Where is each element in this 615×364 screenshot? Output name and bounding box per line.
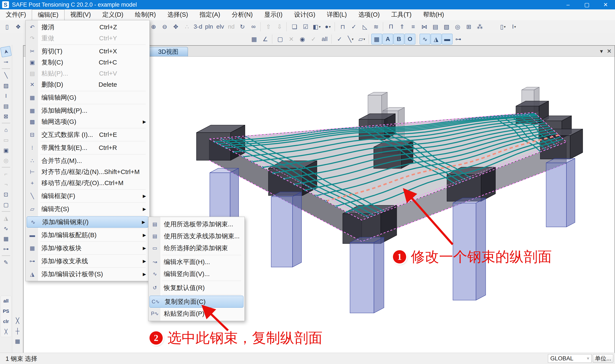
- draw-polygon-tool[interactable]: ⌂: [1, 125, 11, 135]
- draw-line-tool[interactable]: ╲: [1, 70, 11, 80]
- submenu-item-edit-vertical-profile[interactable]: ∿ 编辑竖向面(V)...: [149, 268, 244, 280]
- menu-item-add-modify-slab[interactable]: ▦ 添加/修改板块 ▶: [26, 243, 149, 254]
- quick-draw-lines-tool[interactable]: ▤: [1, 101, 11, 111]
- menu-item-add-modify-support-line[interactable]: ⊶ 添加/修改支承线 ▶: [26, 256, 149, 267]
- menu-options[interactable]: 选项(O): [353, 9, 385, 20]
- menu-view[interactable]: 视图(V): [65, 9, 97, 20]
- menu-item-interactive-database[interactable]: ⊟ 交互式数据库 (I)... Ctrl+E: [26, 129, 149, 140]
- quick-draw-wall-tool[interactable]: ¬: [1, 179, 11, 189]
- distributed-load-icon[interactable]: ≡: [408, 21, 419, 32]
- beam-section-button[interactable]: I▾: [509, 21, 519, 32]
- display-options-icon[interactable]: ☑: [300, 21, 311, 32]
- show-o-labels-toggle[interactable]: O: [405, 34, 415, 44]
- elevation-view-button[interactable]: elv: [215, 21, 225, 32]
- pointer-tool[interactable]: ➤: [0, 46, 12, 57]
- menu-item-undo[interactable]: ↶ 撤消 Ctrl+Z: [26, 22, 149, 33]
- menu-item-align-points[interactable]: ⊢ 对齐节点/框架/边(N)... Shift+Ctrl+M: [26, 166, 149, 177]
- axes-icon[interactable]: ∠: [260, 34, 271, 44]
- clear-selection-icon[interactable]: ✕: [286, 34, 297, 44]
- menu-item-replicate[interactable]: ⁝ 带属性复制(E)... Ctrl+R: [26, 142, 149, 153]
- show-ps-button[interactable]: PS: [1, 306, 11, 316]
- snap-midpoint-icon[interactable]: ┼: [13, 326, 22, 336]
- select-all-button[interactable]: all: [319, 34, 330, 44]
- submenu-item-edit-horizontal-profile[interactable]: ↝ 编辑水平面(H)...: [149, 256, 244, 268]
- open-model-icon[interactable]: ❖: [13, 21, 24, 32]
- menu-item-delete[interactable]: ✕ 删除(D) Delete: [26, 79, 149, 90]
- snap-lines-toggle[interactable]: ╲▾: [345, 34, 356, 44]
- quick-draw-frame-tool[interactable]: ▨: [1, 81, 11, 91]
- menu-item-add-edit-tendons[interactable]: ∿ 添加/编辑钢束(/) ▶: [27, 217, 148, 228]
- menu-item-edit-grid[interactable]: ▦ 编辑轴网(G): [26, 92, 149, 103]
- zoom-out-icon[interactable]: ⊖: [159, 21, 170, 32]
- database-tables-icon[interactable]: ⊞: [463, 21, 474, 32]
- snap-fine-grid-icon[interactable]: ▦: [13, 336, 22, 346]
- draw-rebar-tool[interactable]: ✎: [1, 258, 11, 267]
- report-icon[interactable]: ⁂: [474, 21, 485, 32]
- reshape-tool[interactable]: ⊸: [1, 57, 11, 67]
- menu-tools[interactable]: 工具(T): [385, 9, 417, 20]
- view-3d-button[interactable]: 3-d: [193, 21, 203, 32]
- show-all-button[interactable]: all: [1, 296, 11, 306]
- draw-slab-panel-tool[interactable]: ▦: [1, 234, 11, 244]
- menu-edit[interactable]: 编辑(E): [32, 9, 65, 20]
- snap-points-toggle[interactable]: ✓: [334, 34, 345, 44]
- tab-menu-icon[interactable]: ▾: [600, 48, 603, 55]
- pan-icon[interactable]: ✥: [170, 21, 181, 32]
- move-up-level-icon[interactable]: ⇧: [263, 21, 274, 32]
- point-load-icon[interactable]: ⇑: [397, 21, 407, 32]
- grid-visibility-icon[interactable]: ▦: [249, 34, 260, 44]
- show-slab-objects-toggle[interactable]: ▦: [371, 34, 382, 44]
- submenu-item-restore-defaults[interactable]: ↺ 恢复默认值(R): [149, 282, 244, 294]
- menu-item-edit-frames[interactable]: ╲ 编辑框架(F) ▶: [26, 190, 149, 202]
- menu-item-grid-options[interactable]: ▩ 轴网选项(G) ▶: [26, 116, 149, 127]
- search-props-icon[interactable]: ◎: [452, 21, 463, 32]
- menu-define[interactable]: 定义(D): [96, 9, 129, 20]
- area-load-icon[interactable]: ▤: [430, 21, 441, 32]
- submenu-item-paste-vertical-profile[interactable]: P∿ 粘贴竖向面(P): [149, 308, 244, 320]
- zoom-window-icon[interactable]: ⊕: [148, 21, 159, 32]
- menu-item-copy[interactable]: ▣ 复制(C) Ctrl+C: [26, 57, 149, 68]
- close-button[interactable]: ✕: [596, 0, 615, 9]
- plan-view-button[interactable]: pln: [204, 21, 214, 32]
- select-by-line-button[interactable]: ╳: [1, 327, 11, 337]
- menu-item-merge-points[interactable]: ∴ 合并节点(M)...: [26, 155, 149, 166]
- menu-item-add-edit-rebar[interactable]: ▬ 添加/编辑板配筋(B) ▶: [26, 230, 149, 241]
- show-rebar-toggle[interactable]: ▬: [442, 34, 453, 44]
- menu-detailing[interactable]: 详图(L): [321, 9, 353, 20]
- object-fill-icon[interactable]: ●▾: [322, 21, 333, 32]
- menu-select[interactable]: 选择(S): [162, 9, 194, 20]
- extruded-view-icon[interactable]: ◧▾: [311, 21, 322, 32]
- quick-draw-area-tool[interactable]: ▣: [1, 145, 11, 155]
- show-b-labels-toggle[interactable]: B: [393, 34, 404, 44]
- wall-load-icon[interactable]: ▧: [441, 21, 452, 32]
- select-node-icon[interactable]: ◉: [297, 34, 308, 44]
- object-view-options-icon[interactable]: ∞: [248, 21, 259, 32]
- menu-help[interactable]: 帮助(H): [417, 9, 450, 20]
- snap-dots-icon[interactable]: ∴: [182, 21, 192, 32]
- draw-tendon-tool[interactable]: ∿: [1, 223, 11, 233]
- move-down-level-icon[interactable]: ⇩: [274, 21, 285, 32]
- column-section-button[interactable]: ▯▾: [497, 21, 508, 32]
- submenu-item-copy-vertical-profile[interactable]: C∿ 复制竖向面(C): [149, 296, 243, 308]
- draw-design-strip-tool[interactable]: ◮: [1, 213, 11, 223]
- select-objects-icon[interactable]: ❏: [289, 21, 300, 32]
- snap-edges-toggle[interactable]: ▱▾: [356, 34, 367, 44]
- restore-selection-icon[interactable]: ✓: [308, 34, 319, 44]
- menu-file[interactable]: 文件(F): [0, 9, 32, 20]
- tab-close-icon[interactable]: ✕: [607, 48, 612, 55]
- minimize-button[interactable]: –: [559, 0, 577, 9]
- draw-wall-tool[interactable]: ⌐: [1, 169, 11, 179]
- submenu-item-add-tendons-beams[interactable]: ▭ 给所选择的梁添加钢束: [149, 242, 244, 254]
- show-a-labels-toggle[interactable]: A: [382, 34, 393, 44]
- snap-intersection-icon[interactable]: ╳: [13, 316, 22, 325]
- submenu-item-add-tendons-support-lines[interactable]: ▤ 使用所选支承线添加钢束...: [149, 230, 244, 242]
- draw-rectangle-tool[interactable]: ▭: [1, 135, 11, 145]
- ramp-icon[interactable]: ◺: [360, 21, 370, 32]
- menu-item-redo[interactable]: ↷ 重做 Ctrl+Y: [26, 33, 149, 44]
- draw-square-tool[interactable]: ▢: [1, 200, 11, 210]
- menu-item-paste[interactable]: ▤ 粘贴(P)... Ctrl+V: [26, 68, 149, 79]
- submenu-item-add-tendons-strips[interactable]: ▤ 使用所选板带添加钢束...: [149, 218, 244, 230]
- draw-tendon-check-icon[interactable]: ✓: [349, 21, 359, 32]
- rotate-3d-view-icon[interactable]: ↻: [237, 21, 248, 32]
- show-design-strips-toggle[interactable]: ◮: [431, 34, 441, 44]
